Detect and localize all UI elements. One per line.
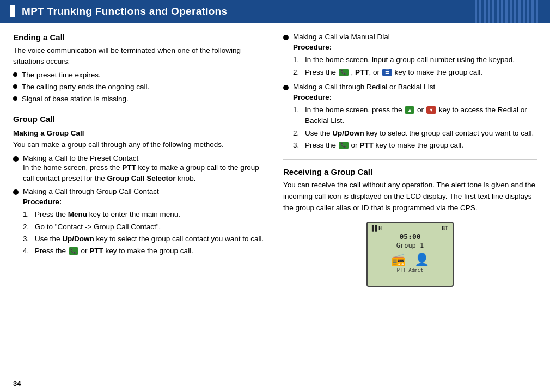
bullet-dot xyxy=(13,96,17,101)
group-contact-bullet: Making a Call through Group Call Contact… xyxy=(13,187,267,258)
ending-call-text: The voice communication will be terminat… xyxy=(13,45,267,68)
m-step-text-2: Press the 📞 , PTT, or ☰ key to make the … xyxy=(305,67,482,78)
m-step-text-1: In the home screen, input a group call n… xyxy=(305,54,515,65)
page-number: 34 xyxy=(13,379,21,388)
redial-step-1: 1. In the home screen, press the ▲ or ▼ … xyxy=(293,105,537,127)
bullet-dot xyxy=(13,72,17,77)
group-contact-content: Making a Call through Group Call Contact… xyxy=(23,187,267,258)
walkie-icon: 📻 xyxy=(391,253,406,266)
up-key-icon: ▲ xyxy=(405,106,414,114)
preset-text1: In the home screen, press the xyxy=(23,163,122,171)
manual-dial-steps: 1. In the home screen, input a group cal… xyxy=(293,54,537,78)
group-contact-heading: Making a Call through Group Call Contact xyxy=(23,187,159,195)
page-header: MPT Trunking Functions and Operations xyxy=(0,0,550,23)
lcd-status-right: BT xyxy=(442,225,448,231)
call-key-icon: 📞 xyxy=(339,142,349,149)
r-step-text-2: Use the Up/Down key to select the group … xyxy=(305,128,534,139)
redial-step-2: 2. Use the Up/Down key to select the gro… xyxy=(293,128,537,139)
m-step-num-2: 2. xyxy=(293,67,305,78)
r-step-num-2: 2. xyxy=(293,128,305,139)
circle-dot-3 xyxy=(283,35,289,40)
lcd-container: ▌▌H BT 05:00 Group 1 📻 👤 PTT Admit xyxy=(283,222,537,287)
lcd-walkie-talkie-icon: 📻 xyxy=(391,253,406,266)
receiving-heading: Receiving a Group Call xyxy=(283,167,537,176)
making-group-call-heading: Making a Group Call xyxy=(13,129,267,137)
manual-procedure-label: Procedure: xyxy=(293,42,537,53)
down-key-icon: ▼ xyxy=(426,106,436,114)
preset-contact-heading: Making a Call to the Preset Contact xyxy=(23,154,138,162)
preset-contact-bullet: Making a Call to the Preset Contact In t… xyxy=(13,154,267,185)
lcd-group: Group 1 xyxy=(372,242,448,249)
preset-contact-content: Making a Call to the Preset Contact In t… xyxy=(23,154,267,185)
page-title: MPT Trunking Functions and Operations xyxy=(22,5,227,17)
r-step-text-3: Press the 📞 or PTT key to make the group… xyxy=(305,140,463,151)
header-accent-square xyxy=(10,5,15,17)
receiving-text: You can receive the call without any ope… xyxy=(283,180,537,214)
preset-bold1: PTT xyxy=(122,163,136,171)
redial-heading: Making a Call through Redial or Backial … xyxy=(293,83,435,91)
lcd-ptt-text: PTT Admit xyxy=(397,267,424,273)
manual-step-1: 1. In the home screen, input a group cal… xyxy=(293,54,537,65)
redial-content: Making a Call through Redial or Backial … xyxy=(293,83,537,152)
ending-call-heading: Ending a Call xyxy=(13,33,267,42)
lcd-ptt-label: PTT Admit xyxy=(372,267,448,273)
preset-contact-body: In the home screen, press the PTT key to… xyxy=(23,162,267,185)
manual-step-2: 2. Press the 📞 , PTT, or ☰ key to make t… xyxy=(293,67,537,78)
page-footer: 34 xyxy=(0,375,550,392)
step-1: 1. Press the Menu key to enter the main … xyxy=(23,209,267,220)
lcd-status-left: ▌▌H xyxy=(372,225,382,231)
bullet-item-1: The preset time expires. xyxy=(13,70,267,81)
m-step-num-1: 1. xyxy=(293,54,305,65)
right-column: Making a Call via Manual Dial Procedure:… xyxy=(283,33,537,369)
circle-dot xyxy=(13,156,19,162)
step-num-4: 4. xyxy=(23,246,35,256)
main-content: Ending a Call The voice communication wi… xyxy=(0,23,550,375)
lcd-screen: ▌▌H BT 05:00 Group 1 📻 👤 PTT Admit xyxy=(366,222,454,287)
manual-dial-bullet: Making a Call via Manual Dial Procedure:… xyxy=(283,33,537,79)
lcd-person-icon: 👤 xyxy=(414,253,429,266)
making-group-call-text: You can make a group call through any of… xyxy=(13,139,267,150)
circle-dot-4 xyxy=(283,85,289,90)
phone-key-icon: 📞 xyxy=(339,69,349,76)
menu-key-icon: ☰ xyxy=(382,69,392,76)
step-num-2: 2. xyxy=(23,222,35,232)
bullet-item-3: Signal of base station is missing. xyxy=(13,94,267,105)
menu-bold: Menu xyxy=(68,210,87,218)
step-2: 2. Go to "Contact -> Group Call Contact"… xyxy=(23,222,267,232)
bullet-item-2: The calling party ends the ongoing call. xyxy=(13,82,267,93)
circle-dot-2 xyxy=(13,189,19,195)
step-text-1: Press the Menu key to enter the main men… xyxy=(35,209,180,220)
procedure-label: Procedure: xyxy=(23,198,62,206)
step-text-3: Use the Up/Down key to select the group … xyxy=(35,234,264,244)
lcd-time: 05:00 xyxy=(372,232,448,241)
ptt-key-icon: 📞 xyxy=(69,247,78,255)
person-icon: 👤 xyxy=(414,253,429,266)
step-text-4: Press the 📞 or PTT key to make the group… xyxy=(35,246,193,256)
group-contact-procedure-label: Procedure: xyxy=(23,197,267,207)
manual-dial-heading: Making a Call via Manual Dial xyxy=(293,33,390,41)
step-text-2: Go to "Contact -> Group Call Contact". xyxy=(35,222,161,232)
step-3: 3. Use the Up/Down key to select the gro… xyxy=(23,234,267,244)
r-step-num-1: 1. xyxy=(293,105,305,115)
redial-bullet: Making a Call through Redial or Backial … xyxy=(283,83,537,152)
left-column: Ending a Call The voice communication wi… xyxy=(13,33,267,369)
bullet-text-3: Signal of base station is missing. xyxy=(22,94,129,105)
bullet-dot xyxy=(13,84,17,89)
group-call-heading: Group Call xyxy=(13,114,267,124)
redial-procedure-label-text: Procedure: xyxy=(293,93,332,101)
step-4: 4. Press the 📞 or PTT key to make the gr… xyxy=(23,246,267,256)
bullet-text-1: The preset time expires. xyxy=(22,70,101,81)
group-contact-steps: 1. Press the Menu key to enter the main … xyxy=(23,209,267,256)
preset-bold2: Group Call Selector xyxy=(107,174,176,182)
redial-procedure-label: Procedure: xyxy=(293,92,537,103)
manual-procedure-label-text: Procedure: xyxy=(293,43,332,51)
step-num-3: 3. xyxy=(23,234,35,244)
manual-dial-content: Making a Call via Manual Dial Procedure:… xyxy=(293,33,537,79)
preset-text3: knob. xyxy=(176,174,196,182)
section-divider xyxy=(283,159,537,160)
bullet-text-2: The calling party ends the ongoing call. xyxy=(22,82,149,93)
redial-step-3: 3. Press the 📞 or PTT key to make the gr… xyxy=(293,140,537,151)
ending-call-bullets: The preset time expires. The calling par… xyxy=(13,70,267,105)
lcd-status-bar: ▌▌H BT xyxy=(372,225,448,231)
step-num-1: 1. xyxy=(23,209,35,220)
